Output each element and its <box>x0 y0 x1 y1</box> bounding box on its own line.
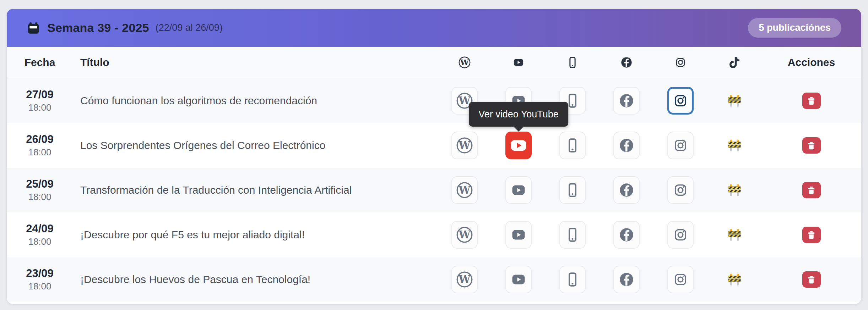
facebook-icon <box>620 56 633 69</box>
instagram-button[interactable] <box>667 266 694 293</box>
table-row: 23/09 18:00 ¡Descubre los Huevos de Pasc… <box>7 257 861 302</box>
mobile-app-button[interactable] <box>559 132 586 159</box>
youtube-icon <box>510 226 527 243</box>
delete-button[interactable] <box>802 271 821 288</box>
wordpress-icon <box>455 181 474 199</box>
date-cell: 27/09 18:00 <box>7 88 73 114</box>
table-row: 25/09 18:00 Transformación de la Traducc… <box>7 168 861 212</box>
mobile-app-icon <box>564 271 581 288</box>
instagram-icon <box>673 227 688 243</box>
youtube-button[interactable] <box>505 266 532 293</box>
facebook-button[interactable] <box>613 132 640 159</box>
facebook-icon <box>618 93 635 109</box>
date-cell: 24/09 18:00 <box>7 222 73 248</box>
instagram-button-active[interactable] <box>667 87 694 115</box>
youtube-tooltip: Ver video YouTube <box>469 102 568 127</box>
wordpress-icon <box>455 270 474 289</box>
mobile-app-icon <box>564 137 581 154</box>
youtube-button[interactable] <box>505 221 532 249</box>
tiktok-under-construction-icon <box>727 138 742 153</box>
mobile-app-button[interactable] <box>559 221 586 249</box>
facebook-icon <box>618 182 635 198</box>
facebook-button[interactable] <box>613 87 640 115</box>
week-date-range: (22/09 al 26/09) <box>156 22 223 33</box>
post-title: Cómo funcionan los algoritmos de recomen… <box>73 95 438 107</box>
instagram-icon <box>673 182 688 198</box>
youtube-icon <box>512 56 525 69</box>
date-label: 23/09 <box>7 267 73 280</box>
tiktok-under-construction-icon <box>727 227 742 243</box>
mobile-app-icon <box>566 56 579 69</box>
facebook-button[interactable] <box>613 266 640 293</box>
instagram-icon <box>673 272 688 287</box>
trash-icon <box>807 96 816 106</box>
facebook-icon <box>618 271 635 288</box>
date-label: 27/09 <box>7 88 73 101</box>
column-header-fecha: Fecha <box>7 56 73 68</box>
time-label: 18:00 <box>7 192 73 203</box>
week-header: Semana 39 - 2025 (22/09 al 26/09) 5 publ… <box>7 9 861 47</box>
instagram-icon <box>673 138 688 153</box>
date-label: 26/09 <box>7 133 73 146</box>
week-title: Semana 39 - 2025 <box>47 21 149 35</box>
post-title: Los Sorprendentes Orígenes del Correo El… <box>73 139 438 151</box>
time-label: 18:00 <box>7 281 73 292</box>
mobile-app-button[interactable] <box>559 266 586 293</box>
trash-icon <box>807 141 816 150</box>
youtube-icon <box>510 271 527 288</box>
week-schedule-card: Semana 39 - 2025 (22/09 al 26/09) 5 publ… <box>7 9 861 304</box>
mobile-app-button[interactable] <box>559 176 586 204</box>
table-header-row: Fecha Título Acciones <box>7 47 861 78</box>
trash-icon <box>807 230 816 240</box>
tiktok-under-construction-icon <box>727 93 742 109</box>
tiktok-under-construction-icon <box>727 182 742 198</box>
mobile-app-icon <box>564 227 581 243</box>
post-title: ¡Descubre por qué F5 es tu mejor aliado … <box>73 229 438 241</box>
table-row: 27/09 18:00 Cómo funcionan los algoritmo… <box>7 78 861 123</box>
date-label: 25/09 <box>7 178 73 190</box>
column-header-titulo: Título <box>73 56 438 68</box>
time-label: 18:00 <box>7 147 73 158</box>
delete-button[interactable] <box>802 137 821 154</box>
post-title: ¡Descubre los Huevos de Pascua en Tecnol… <box>73 273 438 286</box>
instagram-button[interactable] <box>667 132 694 159</box>
youtube-button-active[interactable] <box>505 132 532 159</box>
table-row: 26/09 18:00 Los Sorprendentes Orígenes d… <box>7 123 861 168</box>
wordpress-button[interactable] <box>451 266 478 293</box>
wordpress-icon <box>455 136 474 155</box>
wordpress-button[interactable] <box>451 221 478 249</box>
instagram-icon <box>673 93 688 109</box>
date-cell: 26/09 18:00 <box>7 133 73 158</box>
wordpress-icon <box>455 226 474 244</box>
delete-button[interactable] <box>802 227 821 243</box>
delete-button[interactable] <box>802 93 821 109</box>
publications-count-badge: 5 publicaciónes <box>748 18 841 38</box>
date-cell: 25/09 18:00 <box>7 178 73 203</box>
wordpress-icon <box>458 56 471 69</box>
youtube-icon <box>510 137 527 154</box>
time-label: 18:00 <box>7 237 73 247</box>
time-label: 18:00 <box>7 103 73 113</box>
youtube-button[interactable] <box>505 176 532 204</box>
facebook-icon <box>618 227 635 243</box>
date-cell: 23/09 18:00 <box>7 267 73 292</box>
mobile-app-icon <box>564 182 581 198</box>
table-row: 24/09 18:00 ¡Descubre por qué F5 es tu m… <box>7 212 861 257</box>
instagram-icon <box>674 56 687 68</box>
tiktok-icon <box>729 57 740 68</box>
delete-button[interactable] <box>802 182 821 198</box>
youtube-icon <box>510 182 527 199</box>
wordpress-button[interactable] <box>451 132 478 159</box>
facebook-icon <box>618 137 635 154</box>
instagram-button[interactable] <box>667 221 694 249</box>
wordpress-button[interactable] <box>451 176 478 204</box>
tiktok-under-construction-icon <box>727 272 742 287</box>
post-title: Transformación de la Traducción con Inte… <box>73 184 438 196</box>
facebook-button[interactable] <box>613 221 640 249</box>
trash-icon <box>807 186 816 195</box>
trash-icon <box>807 275 816 284</box>
column-header-acciones: Acciones <box>761 56 861 68</box>
instagram-button[interactable] <box>667 176 694 204</box>
facebook-button[interactable] <box>613 176 640 204</box>
date-label: 24/09 <box>7 222 73 235</box>
